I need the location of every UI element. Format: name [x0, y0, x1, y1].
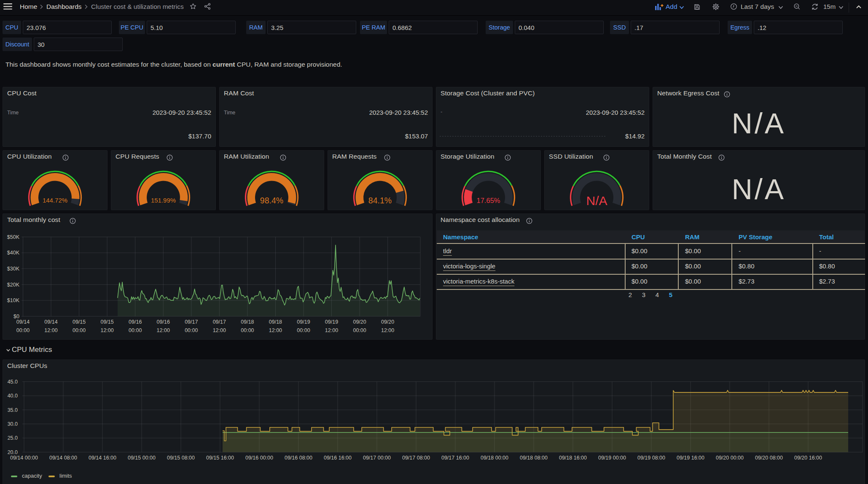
svg-text:09/15 16:00: 09/15 16:00 [206, 455, 234, 461]
svg-text:09/19: 09/19 [297, 319, 310, 325]
svg-text:09/16 08:00: 09/16 08:00 [285, 455, 312, 461]
svg-text:00:00: 00:00 [73, 327, 86, 333]
svg-text:45.0: 45.0 [8, 379, 18, 385]
svg-text:30.0: 30.0 [8, 421, 18, 427]
svg-text:09/18 16:00: 09/18 16:00 [559, 455, 587, 461]
svg-text:00:00: 00:00 [16, 327, 30, 333]
svg-text:09/19 08:00: 09/19 08:00 [637, 455, 665, 461]
svg-text:12:00: 12:00 [325, 327, 338, 333]
svg-text:12:00: 12:00 [269, 327, 282, 333]
svg-text:20.0: 20.0 [8, 449, 18, 455]
svg-text:N/A: N/A [586, 194, 607, 208]
svg-text:09/17 08:00: 09/17 08:00 [402, 455, 430, 461]
svg-text:35.0: 35.0 [8, 407, 18, 413]
svg-text:00:00: 00:00 [185, 327, 198, 333]
svg-text:09/14 00:00: 09/14 00:00 [10, 455, 38, 461]
svg-text:09/17: 09/17 [185, 319, 198, 325]
svg-text:$0: $0 [13, 314, 19, 319]
svg-text:00:00: 00:00 [353, 327, 366, 333]
svg-text:144.72%: 144.72% [43, 197, 67, 204]
svg-text:09/15: 09/15 [100, 319, 113, 325]
svg-text:151.99%: 151.99% [151, 197, 176, 204]
svg-text:09/14 08:00: 09/14 08:00 [49, 455, 77, 461]
svg-text:17.65%: 17.65% [477, 197, 500, 204]
svg-text:00:00: 00:00 [241, 327, 254, 333]
svg-text:09/17 16:00: 09/17 16:00 [441, 455, 469, 461]
svg-text:$50K: $50K [7, 234, 20, 240]
svg-text:09/15: 09/15 [73, 319, 86, 325]
svg-text:09/14: 09/14 [44, 319, 57, 325]
svg-text:$10K: $10K [7, 297, 20, 303]
svg-text:00:00: 00:00 [129, 327, 142, 333]
svg-text:09/17: 09/17 [213, 319, 226, 325]
svg-text:09/20 08:00: 09/20 08:00 [755, 455, 783, 461]
svg-text:09/14: 09/14 [16, 319, 30, 325]
svg-text:09/16 16:00: 09/16 16:00 [324, 455, 352, 461]
svg-text:12:00: 12:00 [44, 327, 57, 333]
svg-text:09/17 00:00: 09/17 00:00 [363, 455, 391, 461]
svg-text:$20K: $20K [7, 282, 20, 288]
svg-text:09/15 08:00: 09/15 08:00 [167, 455, 195, 461]
svg-text:09/19: 09/19 [325, 319, 338, 325]
svg-text:09/18: 09/18 [241, 319, 254, 325]
svg-text:09/20: 09/20 [353, 319, 366, 325]
svg-text:09/15 00:00: 09/15 00:00 [128, 455, 156, 461]
svg-text:09/18 08:00: 09/18 08:00 [520, 455, 548, 461]
svg-text:09/20: 09/20 [381, 319, 394, 325]
svg-text:$30K: $30K [7, 266, 20, 272]
svg-text:09/20 16:00: 09/20 16:00 [794, 455, 822, 461]
svg-text:$40K: $40K [7, 250, 20, 256]
svg-text:09/16 00:00: 09/16 00:00 [245, 455, 273, 461]
svg-text:98.4%: 98.4% [260, 196, 283, 205]
svg-text:09/20 00:00: 09/20 00:00 [716, 455, 744, 461]
svg-text:12:00: 12:00 [157, 327, 170, 333]
svg-text:84.1%: 84.1% [368, 196, 392, 205]
svg-text:09/18 00:00: 09/18 00:00 [481, 455, 508, 461]
svg-text:12:00: 12:00 [100, 327, 113, 333]
svg-text:09/18: 09/18 [269, 319, 282, 325]
svg-text:09/16: 09/16 [129, 319, 142, 325]
svg-text:00:00: 00:00 [297, 327, 310, 333]
svg-text:09/16: 09/16 [157, 319, 170, 325]
svg-text:40.0: 40.0 [8, 393, 18, 399]
svg-text:09/19 16:00: 09/19 16:00 [677, 455, 704, 461]
svg-text:25.0: 25.0 [8, 435, 18, 441]
svg-text:09/14 16:00: 09/14 16:00 [89, 455, 116, 461]
svg-text:12:00: 12:00 [381, 327, 394, 333]
svg-text:09/19 00:00: 09/19 00:00 [598, 455, 626, 461]
svg-text:12:00: 12:00 [213, 327, 226, 333]
